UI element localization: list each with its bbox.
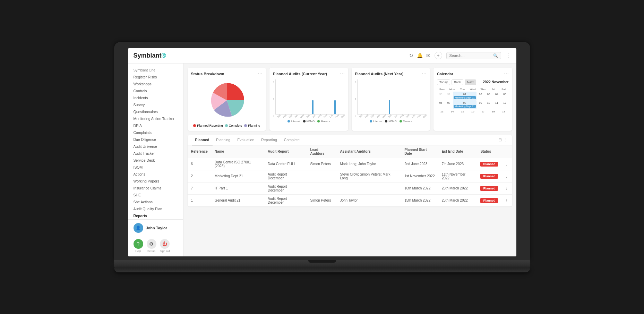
search-icon: 🔍 — [493, 53, 498, 58]
today-button[interactable]: Today — [437, 79, 450, 85]
cal-day-08[interactable]: 08 Marketing Dept 21 — [453, 100, 476, 109]
table-row[interactable]: 1 General Audit 21 Audit Report December… — [188, 194, 512, 206]
cal-day-18[interactable]: 18 — [488, 109, 498, 116]
cal-day-03[interactable]: 03 — [485, 92, 492, 100]
sidebar-item-insurance[interactable]: Insurance Claims — [128, 185, 183, 192]
col-audit-report: Audit Report — [264, 145, 307, 158]
help-button[interactable]: ? Help — [134, 239, 143, 253]
refresh-icon[interactable]: ↻ — [409, 53, 413, 58]
cal-day-17[interactable]: 17 — [478, 109, 488, 116]
planned-audits-current-menu-icon[interactable]: ⋯ — [340, 71, 345, 77]
sidebar-item-controls[interactable]: Controls — [128, 87, 183, 94]
cal-day-30[interactable]: 30 — [437, 92, 445, 100]
sidebar-item-she-actions[interactable]: She Actions — [128, 198, 183, 205]
sidebar-item-questionnaires[interactable]: Questionnaires — [128, 108, 183, 115]
tab-complete[interactable]: Complete — [281, 135, 303, 145]
tab-reporting[interactable]: Reporting — [258, 135, 281, 145]
sidebar-item-survey[interactable]: Survey — [128, 101, 183, 108]
col-reference: Reference — [188, 145, 211, 158]
widget-header-current: Planned Audits (Current Year) ⋯ — [273, 71, 345, 77]
cal-event-01[interactable]: Marketing Dept 21 — [454, 96, 475, 99]
app-root: Symbiant® ↻ 🔔 ✉ + 🔍 ⋮ — [128, 48, 516, 256]
mail-icon[interactable]: ✉ — [426, 53, 430, 58]
sidebar-item-audit-universe[interactable]: Audit Universe — [128, 143, 183, 150]
cal-day-02[interactable]: 02 — [477, 92, 484, 100]
calendar-menu-icon[interactable]: ⋯ — [504, 71, 509, 77]
status-breakdown-menu-icon[interactable]: ⋯ — [258, 71, 263, 77]
row2-more[interactable]: ⋮ — [501, 170, 512, 182]
row4-more[interactable]: ⋮ — [501, 194, 512, 206]
cal-day-11[interactable]: 11 — [493, 100, 500, 109]
sidebar-item-actions[interactable]: Actions — [128, 171, 183, 178]
row1-planned-start: 2nd June 2023 — [401, 158, 438, 170]
cal-day-10[interactable]: 10 — [485, 100, 492, 109]
add-button[interactable]: + — [435, 52, 442, 59]
sidebar-item-due-diligence[interactable]: Due Diligence — [128, 136, 183, 143]
current-chart-legend: Internal KPMG Mazars — [273, 120, 345, 123]
cal-day-07[interactable]: 07 — [445, 100, 453, 109]
back-button[interactable]: Back — [452, 79, 463, 85]
planned-audits-next-menu-icon[interactable]: ⋯ — [422, 71, 427, 77]
cal-day-05[interactable]: 05 — [501, 92, 508, 100]
cal-day-15[interactable]: 15 — [457, 109, 467, 116]
cal-day-13[interactable]: 13 — [437, 109, 447, 116]
setup-button[interactable]: ⚙ Set up — [147, 239, 156, 253]
row3-more[interactable]: ⋮ — [501, 182, 512, 194]
bar-next-jun — [389, 100, 390, 114]
sidebar-user: 👤 John Taylor — [128, 219, 183, 236]
row2-lead-auditors — [307, 170, 336, 182]
sidebar-item-complaints[interactable]: Complaints — [128, 129, 183, 136]
row3-est-end: 26th March 2022 — [438, 182, 477, 194]
table-row[interactable]: 2 Marketing Dept 21 Audit Report Decembe… — [188, 170, 512, 182]
topbar-more-icon[interactable]: ⋮ — [505, 52, 511, 59]
sidebar-item-dpia[interactable]: DPIA — [128, 122, 183, 129]
status-badge-row3: Planned — [480, 186, 498, 191]
sidebar-item-reports[interactable]: Reports — [128, 212, 183, 219]
row4-planned-start: 15th March 2022 — [401, 194, 438, 206]
cal-day-14[interactable]: 14 — [447, 109, 457, 116]
tab-evaluation[interactable]: Evaluation — [234, 135, 258, 145]
cal-day-16[interactable]: 16 — [468, 109, 478, 116]
tab-planned[interactable]: Planned — [192, 135, 213, 145]
table-row[interactable]: 6 Data Centre ISO 27001 (2023) Data Cent… — [188, 158, 512, 170]
filter-icon[interactable]: ⊟ — [498, 137, 502, 142]
sidebar-item-incidents[interactable]: Incidents — [128, 94, 183, 101]
row1-more[interactable]: ⋮ — [501, 158, 512, 170]
row3-status: Planned — [477, 182, 501, 194]
cal-day-06[interactable]: 06 — [437, 100, 445, 109]
sidebar-item-audit-quality[interactable]: Audit Quality Plan — [128, 205, 183, 212]
sidebar-item-monitoring[interactable]: Monitoring Action Tracker — [128, 115, 183, 122]
table-menu-icon[interactable]: ⋮ — [504, 137, 508, 142]
cal-day-09[interactable]: 09 — [477, 100, 484, 109]
sidebar-item-service-desk[interactable]: Service Desk — [128, 157, 183, 164]
next-button[interactable]: Next — [465, 79, 476, 85]
search-input[interactable] — [449, 53, 491, 58]
cal-day-12[interactable]: 12 — [501, 100, 508, 109]
y-ticks-next: 2 1 0 — [355, 79, 358, 118]
bell-icon[interactable]: 🔔 — [417, 53, 423, 58]
calendar-widget: Calendar ⋯ Today Back Next 2022 November — [433, 68, 512, 131]
row4-status: Planned — [477, 194, 501, 206]
sidebar-item-isqm[interactable]: ISQM — [128, 164, 183, 171]
cal-event-08[interactable]: Marketing Dept 21 — [454, 105, 475, 108]
sidebar-item-audit-tracker[interactable]: Audit Tracker — [128, 150, 183, 157]
dot-mazars-next — [400, 120, 402, 122]
help-icon-circle: ? — [134, 239, 143, 249]
col-status: Status — [477, 145, 501, 158]
sidebar-item-she[interactable]: SHE — [128, 192, 183, 198]
laptop-foot — [114, 268, 530, 272]
sidebar-item-working-papers[interactable]: Working Papers — [128, 178, 183, 185]
cal-day-01[interactable]: 01 Marketing Dept 21 — [453, 92, 476, 100]
topbar: Symbiant® ↻ 🔔 ✉ + 🔍 ⋮ — [128, 48, 516, 63]
cal-day-04[interactable]: 04 — [493, 92, 500, 100]
tab-planning[interactable]: Planning — [213, 135, 234, 145]
sidebar-item-register-risks[interactable]: Register Risks — [128, 74, 183, 80]
cal-day-19[interactable]: 19 — [499, 109, 509, 116]
signout-button[interactable]: ⏻ Sign out — [160, 239, 170, 253]
calendar-header-row: Sun Mon Tue Wed Thu Fri Sat — [437, 87, 509, 92]
sidebar-item-workshops[interactable]: Workshops — [128, 80, 183, 87]
avatar: 👤 — [134, 223, 143, 233]
y-tick-0: 0 — [273, 81, 274, 83]
table-row[interactable]: 7 IT Part 1 Audit Report December 16th M… — [188, 182, 512, 194]
cal-day-31[interactable]: 31 — [445, 92, 453, 100]
